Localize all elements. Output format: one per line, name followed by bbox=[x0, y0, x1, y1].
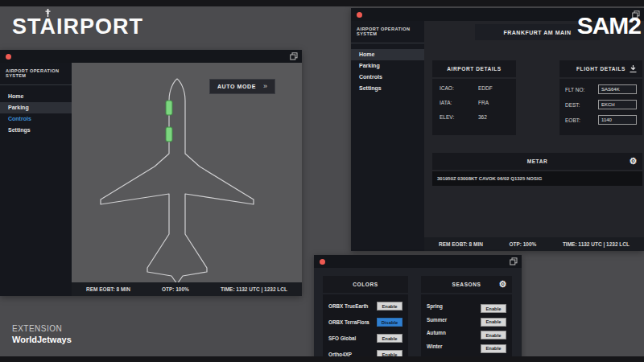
flt-no-input[interactable] bbox=[598, 84, 637, 94]
toggle-row-summer: Summer Enable bbox=[427, 315, 506, 324]
sidebar-item-home[interactable]: Home bbox=[351, 49, 424, 60]
detail-row-elev: ELEV: 362 bbox=[440, 114, 509, 120]
flight-details-header: FLIGHT DETAILS bbox=[559, 60, 642, 77]
addons-window: COLORS ORBX TrueEarth Enable ORBX TerraF… bbox=[314, 255, 522, 362]
enable-button[interactable]: Enable bbox=[481, 304, 506, 313]
seasons-header: SEASONS ⚙ bbox=[421, 276, 512, 293]
toggle-label: Autumn bbox=[427, 330, 446, 335]
metar-title: METAR bbox=[527, 158, 548, 164]
time-status: TIME: 1132 UTC | 1232 LCL bbox=[563, 241, 630, 247]
aircraft-window-sidebar: AIRPORT OPERATION SYSTEM Home Parking Co… bbox=[0, 63, 72, 296]
field-label: EOBT: bbox=[565, 117, 580, 123]
door-indicator-mid[interactable] bbox=[166, 127, 172, 142]
addons-window-titlebar bbox=[314, 255, 522, 268]
detail-label: IATA: bbox=[440, 100, 478, 105]
toggle-label: Summer bbox=[427, 317, 447, 323]
flight-details-body: FLT NO: DEST: EOBT: bbox=[559, 79, 642, 135]
toggle-row-orbx-terraflora: ORBX TerraFlora Disable bbox=[328, 318, 402, 327]
window-restore-icon[interactable] bbox=[290, 52, 298, 60]
toggle-row-orbx-trueearth: ORBX TrueEarth Enable bbox=[328, 302, 402, 311]
screen-top-bar bbox=[0, 0, 644, 6]
disable-button[interactable]: Disable bbox=[377, 318, 402, 327]
airport-details-title: AIRPORT DETAILS bbox=[432, 60, 516, 77]
field-row-fltno: FLT NO: bbox=[565, 84, 637, 94]
colors-title: COLORS bbox=[323, 276, 408, 293]
sidebar-item-controls[interactable]: Controls bbox=[351, 72, 424, 83]
airport-details-body: ICAO: EDDF IATA: FRA ELEV: 362 bbox=[432, 79, 516, 135]
window-close-dot[interactable] bbox=[6, 54, 11, 60]
enable-button[interactable]: Enable bbox=[481, 344, 506, 353]
seasons-body: Spring Enable Summer Enable Autumn Enabl… bbox=[421, 294, 512, 362]
gear-icon[interactable]: ⚙ bbox=[630, 157, 638, 166]
rem-eobt-status: REM EOBT: 8 MIN bbox=[86, 286, 130, 292]
stairport-logo-text: STAIRPORT bbox=[12, 14, 143, 39]
detail-row-icao: ICAO: EDDF bbox=[440, 85, 509, 91]
toggle-label: ORBX TerraFlora bbox=[328, 319, 369, 325]
airport-window: SAM2 AIRPORT OPERATION SYSTEM Home Parki… bbox=[351, 8, 644, 251]
field-row-eobt: EOBT: bbox=[565, 115, 637, 125]
sidebar-item-settings[interactable]: Settings bbox=[0, 125, 72, 136]
airport-home-view: FRANKFURT AM MAIN AIRPORT DETAILS ICAO: … bbox=[424, 21, 644, 238]
toggle-row-autumn: Autumn Enable bbox=[427, 328, 506, 337]
sidebar-item-settings[interactable]: Settings bbox=[351, 83, 424, 94]
aircraft-window-titlebar bbox=[0, 50, 302, 63]
extension-credit: EXTENSION WorldJetways bbox=[12, 324, 72, 345]
airport-details-panel: AIRPORT DETAILS ICAO: EDDF IATA: FRA ELE… bbox=[432, 60, 516, 135]
colors-body: ORBX TrueEarth Enable ORBX TerraFlora Di… bbox=[323, 294, 408, 362]
metar-panel: METAR ⚙ 301950Z 03008KT CAVOK 06/02 Q132… bbox=[432, 153, 642, 186]
window-close-dot[interactable] bbox=[320, 259, 325, 265]
system-title: AIRPORT OPERATION SYSTEM bbox=[351, 21, 424, 43]
toggle-label: Winter bbox=[427, 343, 443, 349]
toggle-label: ORBX TrueEarth bbox=[328, 303, 368, 309]
stairport-logo: STAIRPORT bbox=[12, 14, 143, 39]
sidebar-item-parking[interactable]: Parking bbox=[0, 102, 72, 113]
aircraft-window-statusbar: REM EOBT: 8 MIN OTP: 100% TIME: 1132 UTC… bbox=[72, 282, 302, 296]
enable-button[interactable]: Enable bbox=[481, 318, 506, 327]
field-label: FLT NO: bbox=[565, 87, 584, 93]
extension-label: EXTENSION bbox=[12, 324, 72, 335]
seasons-panel: SEASONS ⚙ Spring Enable Summer Enable Au… bbox=[421, 276, 512, 362]
toggle-row-spring: Spring Enable bbox=[427, 302, 506, 311]
time-status: TIME: 1132 UTC | 1232 LCL bbox=[221, 286, 287, 292]
flight-details-title: FLIGHT DETAILS bbox=[576, 66, 625, 72]
detail-value: FRA bbox=[478, 100, 489, 105]
screen-bottom-bar bbox=[0, 356, 644, 362]
metar-header: METAR ⚙ bbox=[432, 153, 642, 170]
seasons-title: SEASONS bbox=[452, 282, 481, 287]
enable-button[interactable]: Enable bbox=[481, 331, 506, 339]
extension-name: WorldJetways bbox=[12, 335, 72, 346]
airport-window-statusbar: REM EOBT: 8 MIN OTP: 100% TIME: 1132 UTC… bbox=[424, 237, 644, 251]
window-close-dot[interactable] bbox=[357, 12, 362, 18]
dest-input[interactable] bbox=[598, 100, 637, 109]
enable-button[interactable]: Enable bbox=[377, 302, 402, 311]
metar-text: 301950Z 03008KT CAVOK 06/02 Q1325 NOSIG bbox=[432, 171, 642, 186]
detail-row-iata: IATA: FRA bbox=[440, 100, 509, 105]
sidebar-item-parking[interactable]: Parking bbox=[351, 60, 424, 72]
airport-window-sidebar: AIRPORT OPERATION SYSTEM Home Parking Co… bbox=[351, 21, 424, 251]
window-restore-icon[interactable] bbox=[510, 257, 518, 265]
aircraft-topview-diagram bbox=[89, 73, 274, 286]
flight-details-panel: FLIGHT DETAILS FLT NO: DEST: EOBT: bbox=[559, 60, 642, 135]
aircraft-window: AIRPORT OPERATION SYSTEM Home Parking Co… bbox=[0, 50, 302, 296]
sidebar-item-controls[interactable]: Controls bbox=[0, 113, 72, 125]
sidebar-item-home[interactable]: Home bbox=[0, 91, 72, 102]
aircraft-view: AUTO MODE » bbox=[72, 63, 302, 282]
door-indicator-front[interactable] bbox=[166, 101, 172, 115]
sidebar-nav: Home Parking Controls Settings bbox=[0, 91, 72, 136]
otp-status: OTP: 100% bbox=[162, 286, 189, 292]
eobt-input[interactable] bbox=[598, 115, 637, 125]
toggle-label: Spring bbox=[427, 303, 443, 309]
enable-button[interactable]: Enable bbox=[377, 334, 402, 343]
field-row-dest: DEST: bbox=[565, 100, 637, 109]
otp-status: OTP: 100% bbox=[509, 241, 536, 247]
rem-eobt-status: REM EOBT: 8 MIN bbox=[439, 241, 483, 247]
toggle-row-sfo-global: SFO Global Enable bbox=[328, 334, 402, 343]
download-icon[interactable] bbox=[629, 64, 638, 73]
field-label: DEST: bbox=[565, 102, 580, 108]
addons-window-body: COLORS ORBX TrueEarth Enable ORBX TerraF… bbox=[314, 268, 522, 362]
colors-panel: COLORS ORBX TrueEarth Enable ORBX TerraF… bbox=[323, 276, 408, 362]
detail-label: ELEV: bbox=[440, 114, 478, 120]
gear-icon[interactable]: ⚙ bbox=[499, 280, 507, 289]
sidebar-nav: Home Parking Controls Settings bbox=[351, 49, 424, 94]
detail-value: EDDF bbox=[478, 85, 493, 91]
